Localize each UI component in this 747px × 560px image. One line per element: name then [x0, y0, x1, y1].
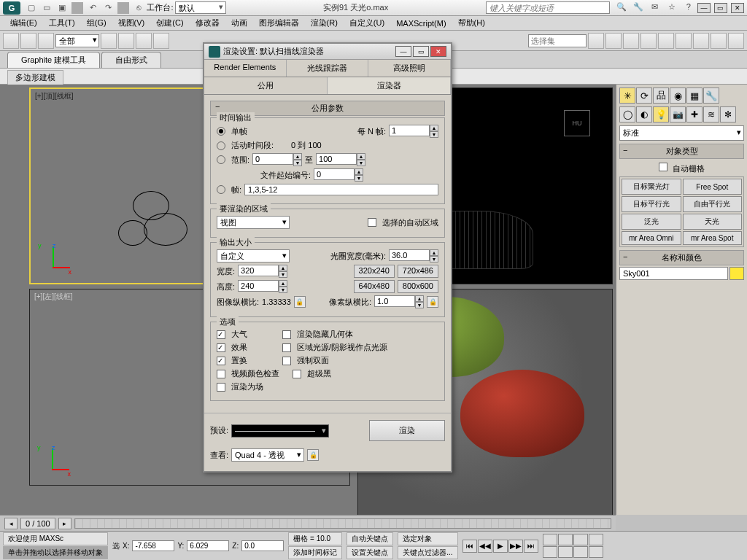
tool-select-name[interactable]: [118, 33, 134, 49]
btn-omni[interactable]: 泛光: [622, 214, 681, 230]
object-color-swatch[interactable]: [729, 267, 744, 280]
tab-render-elements[interactable]: Render Elements: [204, 60, 287, 77]
radio-active[interactable]: [217, 141, 225, 150]
add-time-tag[interactable]: 添加时间标记: [288, 546, 342, 559]
new-icon[interactable]: ▢: [26, 1, 37, 13]
input-nth[interactable]: [389, 125, 430, 136]
tab-raytracer[interactable]: 光线跟踪器: [287, 60, 369, 77]
btn-free-spot[interactable]: Free Spot: [683, 179, 743, 195]
nav-zoom-all[interactable]: [558, 534, 573, 545]
feedback-icon[interactable]: ✉: [649, 2, 661, 14]
search-input[interactable]: [486, 1, 610, 14]
tool-link[interactable]: [38, 33, 54, 49]
workspace-dropdown[interactable]: 默认: [175, 1, 226, 14]
close-button[interactable]: ✕: [731, 3, 744, 13]
chk-hidden[interactable]: [282, 330, 291, 339]
tab-utilities-icon[interactable]: 🔧: [703, 88, 719, 104]
minimize-button[interactable]: —: [697, 3, 711, 13]
prev-frame-icon[interactable]: ◀◀: [478, 540, 492, 553]
goto-end-icon[interactable]: ⏭: [524, 540, 538, 553]
preset-800x600[interactable]: 800x600: [398, 280, 438, 293]
sub-systems-icon[interactable]: ✻: [720, 106, 736, 122]
goto-start-icon[interactable]: ⏮: [462, 540, 477, 553]
ribbon-sub-polymodel[interactable]: 多边形建模: [7, 70, 63, 85]
chk-videocheck[interactable]: [217, 370, 225, 378]
btn-mr-area-omni[interactable]: mr Area Omni: [622, 231, 681, 245]
ribbon-tab-freeform[interactable]: 自由形式: [101, 52, 161, 68]
tool-curve-editor[interactable]: [640, 33, 657, 49]
auto-key-button[interactable]: 自动关键点: [347, 532, 393, 545]
btn-target-direct[interactable]: 目标平行光: [622, 196, 681, 212]
undo-icon[interactable]: ↶: [87, 1, 98, 13]
nav-orbit[interactable]: [558, 546, 573, 558]
menu-edit[interactable]: 编辑(E): [4, 16, 43, 30]
viewport-left-label[interactable]: [+][左][线框]: [34, 292, 73, 302]
input-aperture[interactable]: [389, 249, 430, 261]
open-icon[interactable]: ▭: [41, 1, 53, 13]
render-button[interactable]: 渲染: [369, 420, 445, 441]
chk-displace[interactable]: [217, 357, 225, 365]
tool-material-editor[interactable]: [676, 33, 692, 49]
menu-tools[interactable]: 工具(T): [43, 16, 81, 30]
nav-pan[interactable]: [543, 546, 557, 558]
object-name-input[interactable]: [619, 267, 728, 280]
wrench-icon[interactable]: 🔧: [632, 2, 644, 14]
input-height[interactable]: [238, 280, 279, 292]
sub-shapes-icon[interactable]: ◐: [636, 106, 652, 122]
menu-grapheditors[interactable]: 图形编辑器: [253, 16, 305, 30]
tool-align[interactable]: [605, 33, 622, 49]
radio-range[interactable]: [217, 155, 225, 164]
coord-y[interactable]: [187, 540, 229, 551]
next-frame-icon[interactable]: ▶▶: [508, 540, 523, 553]
tool-quick-render[interactable]: [728, 33, 744, 49]
tool-layers[interactable]: [623, 33, 639, 49]
tool-redo[interactable]: [20, 33, 36, 49]
menu-rendering[interactable]: 渲染(R): [305, 16, 344, 30]
lock-imgaspect[interactable]: 🔒: [294, 296, 306, 308]
tab-renderer[interactable]: 渲染器: [328, 77, 451, 94]
rollout-object-type[interactable]: 对象类型: [619, 144, 744, 159]
app-icon[interactable]: G: [3, 1, 20, 15]
input-pixaspect[interactable]: [374, 295, 415, 307]
chk-auto-region[interactable]: [368, 218, 376, 227]
lock-pixaspect[interactable]: 🔒: [427, 296, 438, 308]
input-range-from[interactable]: [252, 153, 293, 165]
category-dropdown[interactable]: 标准: [619, 125, 744, 141]
dialog-close[interactable]: ✕: [430, 46, 446, 57]
view-dropdown[interactable]: Quad 4 - 透视: [231, 448, 304, 462]
preset-320x240[interactable]: 320x240: [354, 265, 395, 278]
tab-adv-lighting[interactable]: 高级照明: [368, 60, 451, 77]
tab-common[interactable]: 公用: [204, 77, 328, 94]
spin-down[interactable]: ▼: [430, 131, 438, 138]
binoculars-icon[interactable]: 🔍: [616, 2, 627, 14]
tab-modify-icon[interactable]: ⟳: [636, 88, 652, 104]
nav-fov[interactable]: [573, 534, 588, 545]
ribbon-tab-graphite[interactable]: Graphite 建模工具: [7, 52, 100, 68]
nav-maximize[interactable]: [589, 546, 603, 558]
menu-customize[interactable]: 自定义(U): [344, 16, 390, 30]
chk-superblack[interactable]: [293, 370, 301, 378]
dialog-maximize[interactable]: ▭: [413, 46, 429, 57]
coord-z[interactable]: [241, 540, 284, 551]
tool-mirror[interactable]: [588, 33, 604, 49]
set-key-button[interactable]: 设置关键点: [347, 546, 393, 559]
size-mode-dropdown[interactable]: 自定义: [217, 249, 290, 262]
sub-helpers-icon[interactable]: ✚: [686, 106, 703, 122]
tab-hierarchy-icon[interactable]: 品: [653, 88, 669, 104]
radio-frames[interactable]: [217, 185, 225, 194]
rollout-name-color[interactable]: 名称和颜色: [619, 250, 744, 265]
btn-mr-area-spot[interactable]: mr Area Spot: [683, 231, 743, 245]
tool-schematic[interactable]: [658, 33, 674, 49]
area-mode-dropdown[interactable]: 视图: [217, 216, 290, 229]
preset-720x486[interactable]: 720x486: [398, 265, 438, 278]
tool-render-setup[interactable]: [693, 33, 709, 49]
help-icon[interactable]: ?: [683, 2, 694, 14]
menu-animation[interactable]: 动画: [225, 16, 253, 30]
input-width[interactable]: [238, 265, 279, 276]
btn-skylight[interactable]: 天光: [683, 214, 743, 230]
menu-help[interactable]: 帮助(H): [452, 16, 491, 30]
dialog-titlebar[interactable]: 渲染设置: 默认扫描线渲染器 — ▭ ✕: [204, 44, 451, 60]
link-icon[interactable]: ⎋: [133, 1, 144, 13]
key-mode[interactable]: 选定对象: [398, 532, 457, 545]
input-filenum[interactable]: [314, 168, 355, 180]
